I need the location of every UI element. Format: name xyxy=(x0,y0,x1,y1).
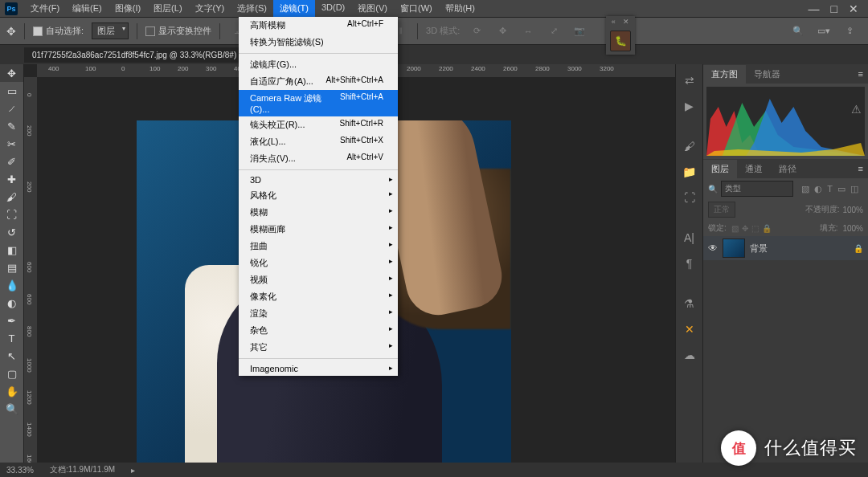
workspace-icon[interactable]: ▭▾ xyxy=(815,22,833,40)
filter-smart-icon[interactable]: ◫ xyxy=(850,184,858,194)
menu-item[interactable]: 消失点(V)...Alt+Ctrl+V xyxy=(239,150,398,167)
fill-value[interactable]: 100% xyxy=(842,224,863,233)
lock-artboard-icon[interactable]: ⬚ xyxy=(751,224,759,233)
zoom-level[interactable]: 33.33% xyxy=(6,466,34,475)
cross-panel-icon[interactable]: ✕ xyxy=(682,321,698,337)
menu-item[interactable]: 杂色 xyxy=(239,322,398,339)
minimize-button[interactable]: — xyxy=(809,2,820,15)
menu-item[interactable]: 模糊画廊 xyxy=(239,221,398,238)
opacity-value[interactable]: 100% xyxy=(842,206,863,214)
panel-menu-icon[interactable]: ≡ xyxy=(854,164,868,173)
auto-select-checkbox[interactable]: 自动选择: xyxy=(33,25,84,37)
menu-item[interactable]: 自适应广角(A)...Alt+Shift+Ctrl+A xyxy=(239,73,398,90)
eraser-tool[interactable]: ◧ xyxy=(0,241,23,259)
lab-panel-icon[interactable]: ⚗ xyxy=(682,296,698,312)
menu-item[interactable]: 像素化 xyxy=(239,288,398,305)
menu-item[interactable]: 高斯模糊Alt+Ctrl+F xyxy=(239,17,398,34)
gradient-tool[interactable]: ▤ xyxy=(0,259,23,276)
filter-pixel-icon[interactable]: ▧ xyxy=(801,184,809,194)
history-brush-tool[interactable]: ↺ xyxy=(0,223,23,241)
menu-item[interactable]: 扭曲 xyxy=(239,238,398,255)
tab-layers[interactable]: 图层 xyxy=(703,160,737,178)
menu-item[interactable]: 液化(L)...Shift+Ctrl+X xyxy=(239,133,398,150)
menu-9[interactable]: 窗口(W) xyxy=(394,0,439,17)
brush-settings-icon[interactable]: 📁 xyxy=(682,164,698,180)
lock-position-icon[interactable]: ✥ xyxy=(742,224,748,233)
collapsed-panel[interactable]: «✕ 🐛 xyxy=(606,16,635,55)
visibility-icon[interactable]: 👁 xyxy=(708,243,718,254)
menu-2[interactable]: 图像(I) xyxy=(108,0,147,17)
menu-item[interactable]: 转换为智能滤镜(S) xyxy=(239,34,398,51)
menu-item[interactable]: 其它 xyxy=(239,339,398,356)
warning-icon[interactable]: ⚠ xyxy=(851,103,862,116)
3d-orbit-icon[interactable]: ⟳ xyxy=(468,22,485,40)
pen-tool[interactable]: ✒ xyxy=(0,312,23,329)
eyedropper-tool[interactable]: ✐ xyxy=(0,153,23,170)
path-select-tool[interactable]: ↖ xyxy=(0,347,23,365)
menu-5[interactable]: 选择(S) xyxy=(231,0,273,17)
zoom-tool[interactable]: 🔍 xyxy=(0,400,23,418)
auto-select-dropdown[interactable]: 图层 xyxy=(92,22,129,39)
type-tool[interactable]: T xyxy=(0,329,23,347)
menu-3[interactable]: 图层(L) xyxy=(147,0,188,17)
maximize-button[interactable]: □ xyxy=(831,2,837,15)
menu-8[interactable]: 视图(V) xyxy=(351,0,394,17)
cloud-panel-icon[interactable]: ☁ xyxy=(682,347,698,363)
dodge-tool[interactable]: ◐ xyxy=(0,294,23,312)
stamp-tool[interactable]: ⛶ xyxy=(0,206,23,223)
brush-panel-icon[interactable]: 🖌 xyxy=(682,138,698,154)
marquee-tool[interactable]: ▭ xyxy=(0,82,23,100)
move-tool[interactable]: ✥ xyxy=(0,64,23,82)
brush-tool[interactable]: 🖌 xyxy=(0,188,23,206)
hand-tool[interactable]: ✋ xyxy=(0,382,23,400)
blur-tool[interactable]: 💧 xyxy=(0,276,23,294)
close-button[interactable]: ✕ xyxy=(849,2,858,15)
actions-panel-icon[interactable]: ▶ xyxy=(682,98,698,114)
3d-slide-icon[interactable]: ↔ xyxy=(519,22,537,40)
search-icon[interactable]: 🔍 xyxy=(789,22,807,40)
tab-navigator[interactable]: 导航器 xyxy=(746,65,788,84)
menu-item[interactable]: Imagenomic xyxy=(239,361,398,376)
menu-item[interactable]: 滤镜库(G)... xyxy=(239,56,398,73)
lock-pixels-icon[interactable]: ▧ xyxy=(731,224,739,233)
clone-panel-icon[interactable]: ⛶ xyxy=(682,190,698,206)
paragraph-panel-icon[interactable]: ¶ xyxy=(682,255,698,271)
menu-0[interactable]: 文件(F) xyxy=(24,0,66,17)
document-tab[interactable]: 01f77255f2a3a86ac7251df8f54fc7.jpg @ 33.… xyxy=(24,47,244,63)
character-panel-icon[interactable]: A| xyxy=(682,230,698,246)
close-icon[interactable]: ✕ xyxy=(623,18,629,26)
menu-item[interactable]: 风格化 xyxy=(239,187,398,204)
filter-type-icon[interactable]: T xyxy=(827,184,833,194)
quick-select-tool[interactable]: ✎ xyxy=(0,117,23,135)
menu-item[interactable]: 模糊 xyxy=(239,204,398,221)
menu-item[interactable]: 渲染 xyxy=(239,305,398,322)
3d-camera-icon[interactable]: 📷 xyxy=(571,22,588,40)
menu-6[interactable]: 滤镜(T) xyxy=(273,0,315,17)
tab-paths[interactable]: 路径 xyxy=(771,160,805,178)
chevron-right-icon[interactable]: ▸ xyxy=(131,466,135,475)
menu-item[interactable]: 视频 xyxy=(239,271,398,288)
panel-menu-icon[interactable]: ≡ xyxy=(854,69,868,79)
layer-name[interactable]: 背景 xyxy=(750,243,768,255)
filter-shape-icon[interactable]: ▭ xyxy=(837,184,845,194)
tab-channels[interactable]: 通道 xyxy=(737,160,771,178)
blend-mode-dropdown[interactable]: 正常 xyxy=(708,202,735,218)
share-icon[interactable]: ⇪ xyxy=(841,22,858,40)
menu-10[interactable]: 帮助(H) xyxy=(439,0,481,17)
show-transform-checkbox[interactable]: 显示变换控件 xyxy=(145,25,211,37)
shape-tool[interactable]: ▢ xyxy=(0,365,23,382)
menu-1[interactable]: 编辑(E) xyxy=(66,0,108,17)
3d-pan-icon[interactable]: ✥ xyxy=(493,22,511,40)
document-info[interactable]: 文档:11.9M/11.9M xyxy=(50,464,115,475)
tab-histogram[interactable]: 直方图 xyxy=(703,65,746,84)
filter-adjust-icon[interactable]: ◐ xyxy=(814,184,822,194)
menu-4[interactable]: 文字(Y) xyxy=(189,0,231,17)
collapse-icon[interactable]: « xyxy=(612,18,616,26)
menu-item[interactable]: 镜头校正(R)...Shift+Ctrl+R xyxy=(239,116,398,133)
lock-all-icon[interactable]: 🔒 xyxy=(762,224,772,233)
panel-icon[interactable]: 🐛 xyxy=(610,31,631,51)
menu-item[interactable]: 锐化 xyxy=(239,255,398,271)
menu-7[interactable]: 3D(D) xyxy=(315,0,351,17)
lasso-tool[interactable]: ⟋ xyxy=(0,100,23,117)
menu-item[interactable]: Camera Raw 滤镜(C)...Shift+Ctrl+A xyxy=(239,90,398,116)
